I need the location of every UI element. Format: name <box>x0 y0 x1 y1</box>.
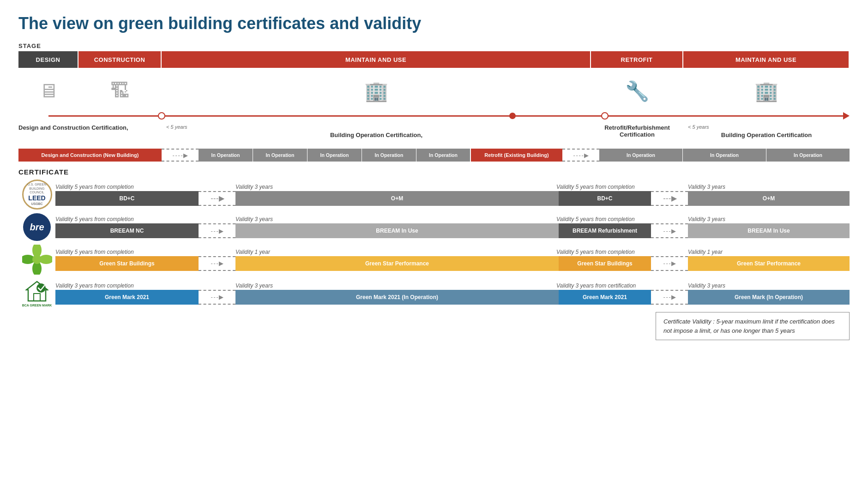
greenmark-cert-data: Validity 3 years from completion Validit… <box>55 282 850 305</box>
leed-validity-op2: Validity 3 years <box>688 184 850 190</box>
gs-validity-op1: Validity 1 year <box>235 249 556 255</box>
design-icon-box: 🖥 <box>18 72 78 109</box>
footer-note: Certificate Validity : 5-year maximum li… <box>656 312 850 340</box>
breeam-validity-dc2: Validity 5 years from completion <box>556 216 688 222</box>
bca-logo-display: BCA GREEN MARK <box>22 278 52 308</box>
bca-icon <box>25 280 48 303</box>
leed-bars: BD+C - - - ▶ O+M BD+C - - - ▶ O+M <box>55 191 850 206</box>
greenstar-bars: Green Star Buildings - - - ▶ Green Star … <box>55 256 850 271</box>
certificate-section-label: CERTIFICATE <box>18 168 850 176</box>
breeam-validity-op2: Validity 3 years <box>688 216 850 222</box>
maintain1-icon-box: 🏢 <box>162 72 591 109</box>
gs-bar-dashed-2: - - - ▶ <box>651 256 688 271</box>
lt5-years-2: < 5 years <box>688 124 709 130</box>
leed-bar-op2: O+M <box>688 191 850 206</box>
greenstar-logo-box <box>18 245 55 275</box>
gm-bar-op2: Green Mark (In Operation) <box>688 290 850 305</box>
greenmark-logo-box: BCA GREEN MARK <box>18 278 55 308</box>
leed-validity-dc: Validity 5 years from completion <box>55 184 235 190</box>
cert-row-greenstar: Validity 5 years from completion Validit… <box>18 245 850 275</box>
phase-dashed-2: - - - - ▶ <box>562 149 599 162</box>
leed-bar-dashed-1: - - - ▶ <box>199 191 235 206</box>
timeline-dot-filled <box>509 113 516 119</box>
phase-op-6: In Operation <box>599 149 683 162</box>
greenstar-cert-data: Validity 5 years from completion Validit… <box>55 249 850 271</box>
gm-bar-dashed-1: - - - ▶ <box>199 290 235 305</box>
leed-logo: U.S. GREEN BUILDING COUNCIL LEED USGBC <box>18 180 55 210</box>
building-icon-2: 🏢 <box>754 80 778 102</box>
leed-validity-dc2: Validity 5 years from completion <box>556 184 688 190</box>
gm-validity-dc2: Validity 3 years from certification <box>556 282 688 289</box>
label-building-op-2: Building Operation Certification <box>721 132 812 138</box>
phase-op-3: In Operation <box>307 149 362 162</box>
phase-op-5: In Operation <box>416 149 471 162</box>
leed-validity-op1: Validity 3 years <box>235 184 556 190</box>
phase-op-2: In Operation <box>253 149 307 162</box>
breeam-cert-data: Validity 5 years from completion Validit… <box>55 216 850 238</box>
leed-bar-dc2: BD+C <box>559 191 651 206</box>
gs-validity-dc: Validity 5 years from completion <box>55 249 235 255</box>
breeam-validity-dc: Validity 5 years from completion <box>55 216 235 222</box>
breeam-bars: BREEAM NC - - - ▶ BREEAM In Use BREEAM R… <box>55 223 850 238</box>
svg-point-4 <box>32 255 42 264</box>
phases-bar: Design and Construction (New Building) -… <box>18 149 850 162</box>
construction-icon-box: 🏗 <box>78 72 162 109</box>
gs-bar-dashed-1: - - - ▶ <box>199 256 235 271</box>
timeline-line <box>48 115 845 117</box>
bca-label: BCA GREEN MARK <box>22 304 52 307</box>
phase-op-8: In Operation <box>766 149 850 162</box>
gs-validity-dc2: Validity 5 years from completion <box>556 249 688 255</box>
stage-bar: DESIGN CONSTRUCTION MAINTAIN AND USE RET… <box>18 51 850 68</box>
stage-maintain1: MAINTAIN AND USE <box>162 51 591 68</box>
stage-construction: CONSTRUCTION <box>78 51 162 68</box>
greenmark-bars: Green Mark 2021 - - - ▶ Green Mark 2021 … <box>55 290 850 305</box>
phase-design-construction: Design and Construction (New Building) <box>18 149 162 162</box>
bre-logo-circle: bre <box>23 213 51 241</box>
retrofit-icon-box: 🔧 <box>591 72 683 109</box>
design-icon: 🖥 <box>39 80 58 102</box>
phase-op-1: In Operation <box>199 149 253 162</box>
stage-retrofit: RETROFIT <box>591 51 683 68</box>
cert-row-greenmark: BCA GREEN MARK Validity 3 years from com… <box>18 278 850 308</box>
gm-bar-dashed-2: - - - ▶ <box>651 290 688 305</box>
stage-maintain2: MAINTAIN AND USE <box>683 51 850 68</box>
gm-bar-dc2: Green Mark 2021 <box>559 290 651 305</box>
leed-bar-op1: O+M <box>235 191 559 206</box>
phase-dashed-1: - - - - ▶ <box>162 149 199 162</box>
breeam-bar-op1: BREEAM In Use <box>235 223 559 238</box>
breeam-validity-op1: Validity 3 years <box>235 216 556 222</box>
leed-bar-dc: BD+C <box>55 191 199 206</box>
gs-validity-op2: Validity 1 year <box>688 249 850 255</box>
timeline-dot-1 <box>158 112 165 120</box>
svg-rect-6 <box>34 294 40 301</box>
breeam-logo: bre <box>18 213 55 241</box>
stage-design: DESIGN <box>18 51 78 68</box>
gm-bar-op1: Green Mark 2021 (In Operation) <box>235 290 559 305</box>
breeam-bar-op2: BREEAM In Use <box>688 223 850 238</box>
gm-validity-op2: Validity 3 years <box>688 282 850 289</box>
breeam-bar-dashed-1: - - - ▶ <box>199 223 235 238</box>
label-retrofit: Retrofit/Refurbishment Certification <box>591 124 683 138</box>
lt5-years-1: < 5 years <box>166 124 187 130</box>
gm-validity-op1: Validity 3 years <box>235 282 556 289</box>
cert-labels-row: Design and Construction Certification, <… <box>18 122 850 148</box>
breeam-bar-dc2: BREEAM Refurbishment <box>559 223 651 238</box>
leed-cert-data: Validity 5 years from completion Validit… <box>55 184 850 206</box>
gs-bar-dc2: Green Star Buildings <box>559 256 651 271</box>
gs-bar-op1: Green Star Performance <box>235 256 559 271</box>
gm-validity-dc: Validity 3 years from completion <box>55 282 235 289</box>
greenstar-icon <box>22 245 52 275</box>
phase-op-4: In Operation <box>362 149 416 162</box>
breeam-bar-dashed-2: - - - ▶ <box>651 223 688 238</box>
building-icon-1: 🏢 <box>364 80 388 102</box>
gs-bar-dc: Green Star Buildings <box>55 256 199 271</box>
gm-bar-dc: Green Mark 2021 <box>55 290 199 305</box>
leed-bar-dashed-2: - - - ▶ <box>651 191 688 206</box>
maintain2-icon-box: 🏢 <box>683 72 850 109</box>
gs-bar-op2: Green Star Performance <box>688 256 850 271</box>
timeline-row <box>18 111 850 120</box>
phase-op-7: In Operation <box>683 149 766 162</box>
stage-label: STAGE <box>18 42 850 49</box>
phase-retrofit: Retrofit (Existing Building) <box>471 149 562 162</box>
timeline-arrowhead <box>843 112 850 120</box>
